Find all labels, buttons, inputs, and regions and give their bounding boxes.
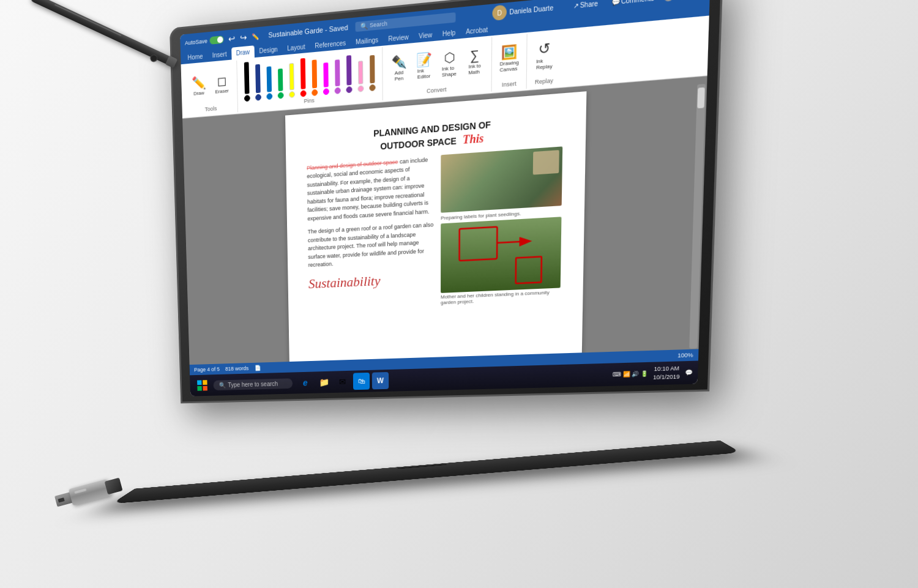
svg-rect-3 bbox=[197, 380, 201, 385]
doc-image-2 bbox=[441, 217, 561, 293]
screen-content: AutoSave ↩ ↪ ✏️ Sustainable Garde - Save… bbox=[180, 0, 710, 396]
word-count: 818 words bbox=[225, 365, 248, 372]
doc-image-1 bbox=[441, 146, 562, 212]
autosave-toggle[interactable] bbox=[209, 35, 223, 45]
handwrite-word: Sustainability bbox=[308, 270, 435, 292]
document-area: PLANNING AND DESIGN OF OUTDOOR SPACE Thi… bbox=[182, 76, 707, 390]
start-button[interactable] bbox=[194, 377, 210, 393]
pen-yellow[interactable] bbox=[286, 63, 296, 99]
doc-title-handwrite: This bbox=[463, 132, 483, 146]
taskbar-icons: ⌨ 📶 🔊 🔋 bbox=[613, 370, 648, 378]
ribbon-group-tools: ✏️ Draw ◻ Eraser Tools bbox=[183, 61, 238, 117]
pen-red[interactable] bbox=[298, 58, 308, 97]
pen-pink[interactable] bbox=[356, 61, 365, 92]
tab-help[interactable]: Help bbox=[438, 26, 461, 40]
ink-replay-button[interactable]: ↺ InkReplay bbox=[532, 39, 556, 72]
doc-para1: Planning and design of outdoor space can… bbox=[307, 155, 435, 223]
tab-design[interactable]: Design bbox=[255, 43, 283, 58]
tools-content: ✏️ Draw ◻ Eraser bbox=[188, 64, 233, 106]
word-app: AutoSave ↩ ↪ ✏️ Sustainable Garde - Save… bbox=[180, 0, 710, 396]
doc-para2: The design of a green roof or a roof gar… bbox=[308, 221, 435, 270]
doc-icon: 📄 bbox=[255, 365, 261, 371]
drawing-canvas-button[interactable]: 🖼️ DrawingCanvas bbox=[497, 43, 521, 75]
tab-draw[interactable]: Draw bbox=[231, 45, 255, 59]
laptop-base bbox=[111, 441, 741, 504]
replay-icon: ↺ bbox=[539, 41, 551, 57]
laptop: AutoSave ↩ ↪ ✏️ Sustainable Garde - Save… bbox=[92, 18, 796, 551]
svg-line-1 bbox=[497, 241, 529, 243]
taskbar-mail[interactable]: ✉ bbox=[334, 373, 351, 390]
status-right: 100% bbox=[677, 352, 693, 359]
add-pen-icon: ✒️ bbox=[391, 54, 407, 69]
document-page: PLANNING AND DESIGN OF OUTDOOR SPACE Thi… bbox=[285, 91, 586, 390]
pen-violet[interactable] bbox=[332, 59, 342, 94]
usb-hole bbox=[58, 497, 64, 502]
zoom-level: 100% bbox=[677, 352, 693, 359]
eraser-tool-button[interactable]: ◻ Eraser bbox=[211, 72, 233, 96]
pen-magenta[interactable] bbox=[321, 62, 330, 95]
pen-darkblue[interactable] bbox=[253, 64, 263, 101]
pen-orange[interactable] bbox=[310, 59, 320, 96]
convert-label: Convert bbox=[427, 86, 446, 94]
document-title: Sustainable Garde - Saved bbox=[268, 23, 348, 39]
ribbon-group-convert: ✒️ AddPen 📝 InkEditor ⬡ bbox=[382, 37, 492, 100]
scene: AutoSave ↩ ↪ ✏️ Sustainable Garde - Save… bbox=[0, 0, 918, 588]
pen-green[interactable] bbox=[275, 69, 285, 99]
search-icon: 🔍 bbox=[360, 22, 368, 30]
autosave-label: AutoSave bbox=[185, 38, 207, 47]
insert-label: Insert bbox=[502, 80, 517, 88]
pen-blue[interactable] bbox=[264, 66, 274, 100]
tab-insert[interactable]: Insert bbox=[207, 48, 231, 62]
tab-layout[interactable]: Layout bbox=[282, 40, 310, 55]
laptop-lid: AutoSave ↩ ↪ ✏️ Sustainable Garde - Save… bbox=[170, 0, 723, 403]
notification-icon[interactable]: 💬 bbox=[685, 370, 692, 376]
doc-col-right: Preparing labels for plant seedlings. bbox=[441, 146, 562, 305]
minimize-button[interactable]: ─ bbox=[663, 0, 673, 2]
share-icon: ↗ bbox=[573, 1, 579, 9]
replay-content: ↺ InkReplay bbox=[532, 34, 557, 78]
share-button[interactable]: ↗ Share bbox=[569, 0, 602, 11]
ink-to-shape-button[interactable]: ⬡ Ink toShape bbox=[438, 48, 460, 80]
tab-view[interactable]: View bbox=[414, 28, 438, 43]
search-icon: 🔍 bbox=[219, 382, 226, 389]
doc-col-left: Planning and design of outdoor space can… bbox=[307, 155, 435, 311]
ink-to-math-button[interactable]: ∑ Ink toMath bbox=[463, 47, 487, 78]
taskbar-edge[interactable]: e bbox=[297, 374, 313, 391]
taskbar-search[interactable]: 🔍 Type here to search bbox=[213, 378, 293, 390]
pen-purple[interactable] bbox=[344, 55, 354, 94]
tab-home[interactable]: Home bbox=[183, 50, 208, 64]
taskbar-store[interactable]: 🛍 bbox=[353, 373, 370, 390]
draw-icon: ✏️ bbox=[192, 76, 206, 90]
taskbar-word[interactable]: W bbox=[372, 372, 389, 389]
eraser-icon: ◻ bbox=[217, 74, 227, 87]
ink-editor-button[interactable]: 📝 InkEditor bbox=[412, 51, 435, 82]
user-avatar: D bbox=[493, 5, 507, 21]
svg-rect-2 bbox=[516, 256, 542, 283]
pen-colors-palette bbox=[242, 50, 378, 102]
comments-icon: 💬 bbox=[611, 0, 620, 6]
svg-rect-4 bbox=[203, 380, 207, 385]
svg-rect-0 bbox=[460, 226, 498, 260]
ribbon-group-replay: ↺ InkReplay Replay bbox=[527, 31, 562, 89]
canvas-icon: 🖼️ bbox=[501, 45, 518, 59]
doc-two-col: Planning and design of outdoor space can… bbox=[307, 146, 562, 311]
page-info: Page 4 of 5 bbox=[194, 366, 220, 373]
comments-button[interactable]: 💬 Comments bbox=[607, 0, 659, 7]
convert-content: ✒️ AddPen 📝 InkEditor ⬡ bbox=[387, 40, 486, 90]
pins-label: Pins bbox=[304, 97, 314, 105]
ink-to-math-icon: ∑ bbox=[470, 48, 479, 62]
svg-rect-5 bbox=[197, 386, 201, 391]
draw-tool-button[interactable]: ✏️ Draw bbox=[188, 74, 209, 98]
pen-brown[interactable] bbox=[367, 55, 377, 92]
autosave-area: AutoSave bbox=[185, 35, 224, 47]
user-name: Daniela Duarte bbox=[509, 4, 553, 15]
taskbar-folder[interactable]: 📁 bbox=[316, 374, 332, 391]
replay-label: Replay bbox=[535, 77, 553, 85]
add-pen-button[interactable]: ✒️ AddPen bbox=[387, 53, 410, 84]
ribbon-group-insert: 🖼️ DrawingCanvas Insert bbox=[492, 34, 528, 92]
pen-black[interactable] bbox=[242, 62, 252, 102]
tools-label: Tools bbox=[204, 105, 217, 113]
screen-bezel: AutoSave ↩ ↪ ✏️ Sustainable Garde - Save… bbox=[180, 0, 710, 396]
ink-editor-icon: 📝 bbox=[416, 53, 432, 67]
svg-rect-6 bbox=[203, 386, 207, 391]
